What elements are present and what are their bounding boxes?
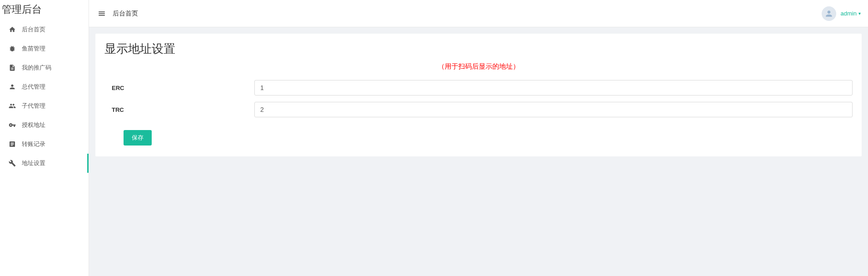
- document-icon: [8, 64, 16, 72]
- trc-label: TRC: [104, 106, 254, 113]
- notice-text: （用于扫码后显示的地址）: [104, 62, 853, 71]
- sidebar-item-label: 地址设置: [22, 159, 45, 167]
- main: 后台首页 admin ▾ 显示地址设置 （用于扫码后显示的地址） ERC: [89, 0, 868, 276]
- topbar: 后台首页 admin ▾: [89, 0, 868, 27]
- sidebar-menu: 后台首页 鱼苗管理 我的推广码 总代管理: [0, 20, 89, 173]
- key-icon: [8, 121, 16, 129]
- bug-icon: [8, 45, 16, 53]
- sidebar-item-label: 鱼苗管理: [22, 45, 45, 53]
- topbar-right: admin ▾: [822, 6, 861, 21]
- user-icon: [824, 9, 833, 18]
- menu-icon: [98, 10, 106, 18]
- sidebar-item-label: 我的推广码: [22, 64, 51, 72]
- form-row-erc: ERC: [104, 80, 853, 95]
- card: 显示地址设置 （用于扫码后显示的地址） ERC TRC 保存: [95, 34, 862, 156]
- home-icon: [8, 25, 16, 34]
- user-name: admin: [841, 10, 857, 17]
- sidebar-item-fish[interactable]: 鱼苗管理: [0, 39, 89, 58]
- sidebar-item-master-agent[interactable]: 总代管理: [0, 77, 89, 96]
- sidebar-item-promo[interactable]: 我的推广码: [0, 58, 89, 77]
- sidebar-item-home[interactable]: 后台首页: [0, 20, 89, 39]
- topbar-left: 后台首页: [96, 8, 138, 19]
- sidebar-item-transfer[interactable]: 转账记录: [0, 135, 89, 154]
- list-icon: [8, 140, 16, 148]
- sidebar: 管理后台 后台首页 鱼苗管理 我的推广码: [0, 0, 89, 276]
- form-row-trc: TRC: [104, 102, 853, 117]
- sidebar-item-label: 子代管理: [22, 102, 45, 110]
- page-title: 显示地址设置: [104, 41, 853, 57]
- menu-toggle-button[interactable]: [96, 8, 107, 19]
- app-title: 管理后台: [0, 0, 89, 20]
- sidebar-item-auth-address[interactable]: 授权地址: [0, 115, 89, 135]
- person-icon: [8, 83, 16, 91]
- sidebar-item-label: 转账记录: [22, 140, 45, 148]
- trc-input[interactable]: [254, 102, 853, 117]
- form-actions: 保存: [104, 130, 853, 146]
- avatar[interactable]: [822, 6, 836, 21]
- people-icon: [8, 102, 16, 110]
- sidebar-item-label: 总代管理: [22, 83, 45, 91]
- sidebar-item-address-settings[interactable]: 地址设置: [0, 154, 89, 173]
- erc-input[interactable]: [254, 80, 853, 95]
- sidebar-item-sub-agent[interactable]: 子代管理: [0, 96, 89, 115]
- sidebar-item-label: 后台首页: [22, 25, 45, 34]
- content: 显示地址设置 （用于扫码后显示的地址） ERC TRC 保存: [89, 27, 868, 276]
- caret-down-icon: ▾: [858, 11, 861, 16]
- settings-icon: [8, 159, 16, 167]
- save-button[interactable]: 保存: [124, 130, 152, 146]
- sidebar-item-label: 授权地址: [22, 121, 45, 129]
- user-dropdown[interactable]: admin ▾: [841, 10, 861, 17]
- erc-label: ERC: [104, 85, 254, 91]
- breadcrumb[interactable]: 后台首页: [113, 10, 138, 18]
